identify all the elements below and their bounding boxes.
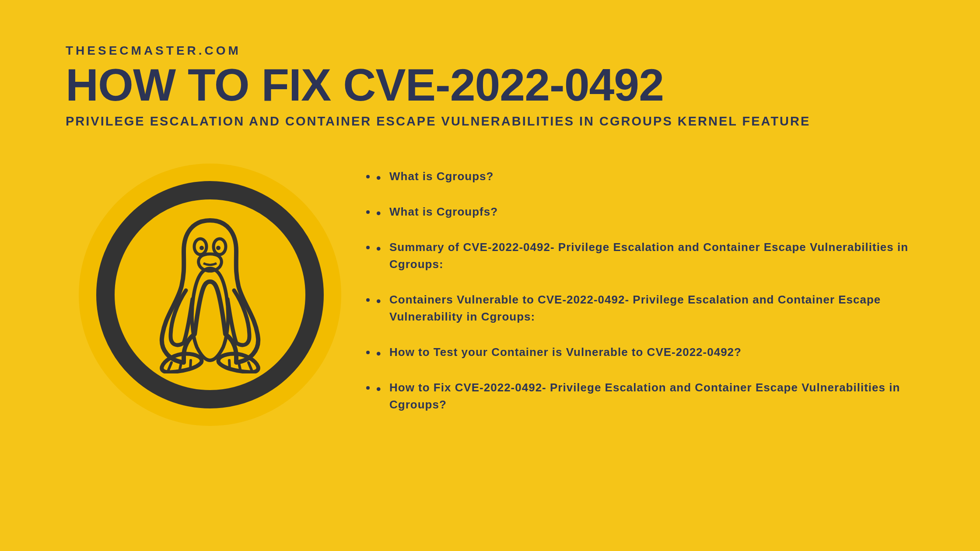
svg-point-3 [216, 246, 220, 250]
page-container: THESECMASTER.COM HOW TO FIX CVE-2022-049… [0, 0, 980, 432]
svg-point-2 [200, 246, 204, 250]
list-item: What is Cgroupfs? [376, 203, 914, 220]
list-item: Summary of CVE-2022-0492- Privilege Esca… [376, 239, 914, 273]
content-row: What is Cgroups? What is Cgroupfs? Summa… [66, 155, 914, 432]
bullet-list: What is Cgroups? What is Cgroupfs? Summa… [376, 155, 914, 432]
subtitle: PRIVILEGE ESCALATION AND CONTAINER ESCAP… [66, 114, 914, 129]
list-item: How to Test your Container is Vulnerable… [376, 344, 914, 361]
site-label: THESECMASTER.COM [66, 44, 914, 58]
logo-wrap [79, 164, 341, 426]
list-item: What is Cgroups? [376, 168, 914, 185]
logo-ring [96, 181, 324, 408]
linux-penguin-icon [144, 216, 276, 373]
main-title: HOW TO FIX CVE-2022-0492 [66, 62, 914, 108]
list-item: How to Fix CVE-2022-0492- Privilege Esca… [376, 379, 914, 413]
list-item: Containers Vulnerable to CVE-2022-0492- … [376, 291, 914, 325]
